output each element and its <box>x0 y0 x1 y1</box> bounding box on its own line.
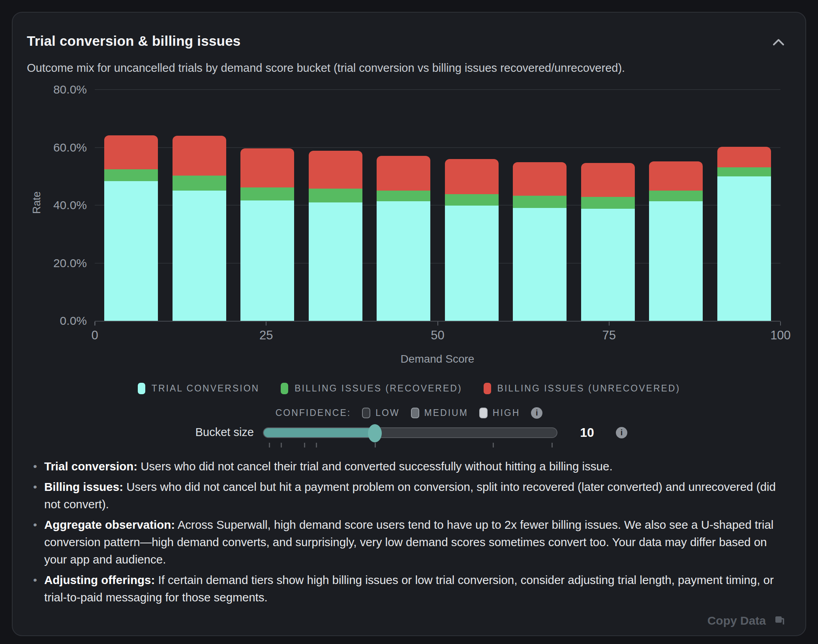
segment-billing-issues-recovered- <box>717 167 771 176</box>
copy-data-label: Copy Data <box>707 614 766 627</box>
confidence-level-label: LOW <box>375 408 400 418</box>
segment-trial-conversion <box>717 176 771 321</box>
legend-label: BILLING ISSUES (RECOVERED) <box>295 383 462 394</box>
stacked-bar-60-70[interactable] <box>513 162 567 321</box>
note-item: Trial conversion: Users who did not canc… <box>31 458 783 475</box>
segment-trial-conversion <box>309 202 362 321</box>
stacked-bar-20-30[interactable] <box>240 148 294 321</box>
note-item: Aggregate observation: Across Superwall,… <box>31 516 783 568</box>
segment-billing-issues-recovered- <box>581 197 635 209</box>
x-tick-label: 100 <box>757 328 804 343</box>
bucket-size-slider[interactable] <box>263 427 557 438</box>
bar-band <box>233 90 302 321</box>
stacked-bar-0-10[interactable] <box>104 135 158 321</box>
segment-billing-issues-recovered- <box>445 194 499 206</box>
segment-billing-issues-unrecovered- <box>445 159 499 194</box>
note-lead: Trial conversion: <box>44 460 137 473</box>
legend-item[interactable]: BILLING ISSUES (UNRECOVERED) <box>484 383 681 394</box>
note-item: Billing issues: Users who did not cancel… <box>31 478 783 513</box>
y-tick-label: 60.0% <box>13 140 87 155</box>
confidence-swatch-icon <box>479 408 488 418</box>
bar-band <box>506 90 574 321</box>
x-tick-label: 0 <box>71 328 118 343</box>
legend-swatch-icon <box>281 383 288 394</box>
segment-billing-issues-unrecovered- <box>717 147 771 167</box>
note-lead: Aggregate observation: <box>44 518 175 531</box>
bar-band <box>165 90 234 321</box>
segment-billing-issues-unrecovered- <box>240 148 294 187</box>
segment-billing-issues-recovered- <box>104 169 158 181</box>
stacked-bar-30-40[interactable] <box>309 151 362 321</box>
x-tick-label: 25 <box>242 328 290 343</box>
y-tick-label: 40.0% <box>13 197 87 213</box>
y-tick-label: 20.0% <box>13 255 87 271</box>
segment-trial-conversion <box>240 200 294 321</box>
segment-trial-conversion <box>649 201 703 321</box>
slider-tick-mark <box>281 443 282 447</box>
confidence-label: CONFIDENCE: <box>276 408 351 418</box>
plot-area <box>95 90 780 321</box>
x-tick-label: 75 <box>585 328 633 343</box>
x-tick-mark <box>94 322 95 326</box>
segment-billing-issues-unrecovered- <box>309 151 362 188</box>
confidence-toggle-high[interactable]: HIGH <box>479 408 520 418</box>
legend-label: TRIAL CONVERSION <box>152 383 259 394</box>
x-tick-mark <box>266 322 266 326</box>
y-tick-label: 80.0% <box>13 82 87 97</box>
copy-icon <box>774 615 786 627</box>
segment-billing-issues-unrecovered- <box>104 135 158 169</box>
segment-billing-issues-unrecovered- <box>377 156 430 191</box>
stacked-bar-80-90[interactable] <box>649 161 703 321</box>
segment-billing-issues-recovered- <box>377 191 430 202</box>
slider-tick-mark <box>375 443 376 447</box>
segment-billing-issues-recovered- <box>309 189 362 203</box>
confidence-row: CONFIDENCE:LOWMEDIUMHIGHi <box>13 407 805 419</box>
stacked-bar-40-50[interactable] <box>377 156 430 321</box>
stacked-bar-70-80[interactable] <box>581 163 635 321</box>
copy-data-button[interactable]: Copy Data <box>707 614 786 627</box>
chart-card: Trial conversion & billing issues Outcom… <box>12 12 806 636</box>
bucket-size-info-icon[interactable]: i <box>616 427 627 438</box>
x-axis-title: Demand Score <box>378 353 497 365</box>
confidence-toggle-medium[interactable]: MEDIUM <box>411 408 468 418</box>
segment-trial-conversion <box>104 181 158 321</box>
segment-billing-issues-unrecovered- <box>173 136 226 175</box>
legend: TRIAL CONVERSIONBILLING ISSUES (RECOVERE… <box>13 383 805 394</box>
segment-trial-conversion <box>173 191 226 321</box>
slider-tick-mark <box>493 443 494 447</box>
x-tick-mark <box>609 322 610 326</box>
slider-thumb[interactable] <box>368 424 382 442</box>
segment-trial-conversion <box>513 208 567 321</box>
segment-billing-issues-recovered- <box>173 176 226 191</box>
slider-ticks <box>263 443 557 447</box>
bar-band <box>302 90 370 321</box>
chevron-up-icon <box>770 35 787 49</box>
note-item: Adjusting offerings: If certain demand t… <box>31 571 783 606</box>
x-tick-mark <box>780 322 781 326</box>
confidence-info-icon[interactable]: i <box>531 407 542 419</box>
note-lead: Billing issues: <box>44 480 123 493</box>
segment-billing-issues-unrecovered- <box>513 162 567 196</box>
notes-list: Trial conversion: Users who did not canc… <box>31 458 783 609</box>
stacked-bar-90-100[interactable] <box>717 147 771 321</box>
x-tick-label: 50 <box>414 328 462 343</box>
bar-band <box>642 90 710 321</box>
confidence-level-label: HIGH <box>493 408 520 418</box>
stacked-bar-50-60[interactable] <box>445 159 499 321</box>
confidence-swatch-icon <box>362 408 370 418</box>
segment-billing-issues-unrecovered- <box>649 161 703 191</box>
bucket-size-value: 10 <box>573 425 601 440</box>
legend-swatch-icon <box>138 383 145 394</box>
segment-trial-conversion <box>445 206 499 321</box>
bucket-size-label: Bucket size <box>131 426 254 439</box>
collapse-button[interactable] <box>769 35 788 51</box>
confidence-level-label: MEDIUM <box>424 408 468 418</box>
confidence-toggle-low[interactable]: LOW <box>362 408 400 418</box>
x-tick-mark <box>437 322 438 326</box>
legend-item[interactable]: TRIAL CONVERSION <box>138 383 259 394</box>
stacked-bar-10-20[interactable] <box>173 136 226 321</box>
segment-billing-issues-recovered- <box>649 191 703 202</box>
slider-fill <box>264 428 375 437</box>
legend-item[interactable]: BILLING ISSUES (RECOVERED) <box>281 383 462 394</box>
slider-tick-mark <box>552 443 553 447</box>
